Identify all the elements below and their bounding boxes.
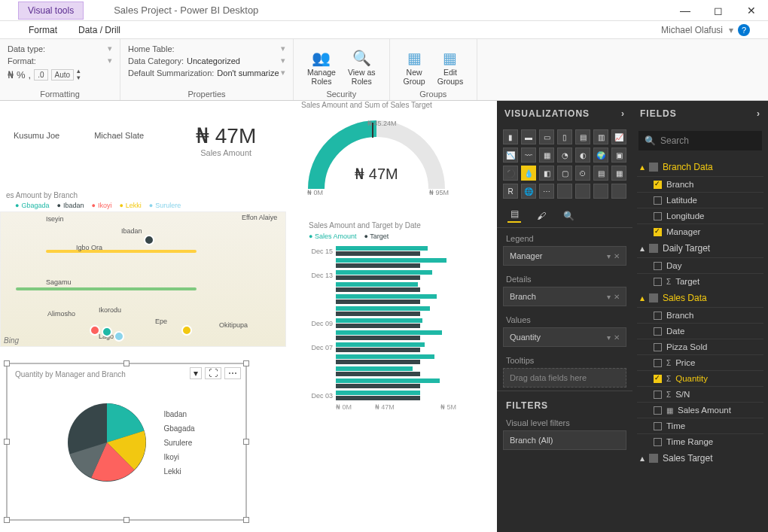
- pie-more-icon[interactable]: ⋯: [224, 367, 241, 379]
- viz-type-icon[interactable]: ▭: [539, 129, 554, 144]
- viz-type-icon[interactable]: [611, 184, 626, 199]
- pie-visual-selected[interactable]: ▾ ⛶ ⋯ Quantity by Manager and Branch Iba…: [6, 363, 247, 521]
- viz-type-icon[interactable]: [575, 184, 590, 199]
- map-pin[interactable]: [90, 325, 100, 336]
- pie-focus-icon[interactable]: ⛶: [205, 367, 221, 379]
- new-group-button[interactable]: ▦New Group: [398, 44, 431, 90]
- datatype-dropdown-icon[interactable]: ▾: [108, 44, 112, 53]
- field-checkbox[interactable]: [654, 278, 662, 286]
- help-icon[interactable]: ?: [738, 24, 750, 36]
- close-button[interactable]: ✕: [735, 0, 768, 21]
- viz-type-icon[interactable]: 📈: [611, 129, 626, 144]
- field-item[interactable]: ΣS/N: [637, 386, 763, 402]
- viz-type-icon[interactable]: ▯: [557, 129, 572, 144]
- field-item[interactable]: Branch: [637, 176, 763, 192]
- field-item[interactable]: Pizza Sold: [637, 339, 763, 354]
- currency-icon[interactable]: ₦: [8, 69, 14, 81]
- collapse-icon[interactable]: ▴: [640, 453, 645, 464]
- field-item[interactable]: Manager: [637, 223, 763, 239]
- category-dropdown-icon[interactable]: ▾: [281, 56, 285, 65]
- well-remove-icon[interactable]: ✕: [614, 252, 620, 260]
- viz-type-icon[interactable]: ▤: [575, 129, 590, 144]
- map-area[interactable]: Ibadan Igbo Ora Iseyin Sagamu Alimosho I…: [0, 211, 286, 347]
- filter-branch[interactable]: Branch (All): [503, 430, 626, 450]
- field-item[interactable]: ▦Sales Amount: [637, 402, 763, 418]
- viz-type-icon[interactable]: ▦: [539, 147, 554, 163]
- field-item[interactable]: Day: [637, 257, 763, 273]
- viz-type-icon[interactable]: ▦: [611, 166, 626, 181]
- collapse-icon[interactable]: ▴: [640, 243, 645, 254]
- well-remove-icon[interactable]: ✕: [614, 293, 620, 301]
- summ-value[interactable]: Don't summarize: [217, 68, 279, 78]
- pie-drill-icon[interactable]: ▾: [190, 367, 202, 379]
- viz-type-icon[interactable]: ▮: [503, 129, 518, 144]
- values-well[interactable]: Quantity▾✕: [503, 327, 626, 347]
- report-canvas[interactable]: Kusumu Joe Michael Slate ₦ 47M Sales Amo…: [0, 101, 497, 532]
- viz-type-icon[interactable]: ▣: [611, 147, 626, 163]
- tooltips-well[interactable]: Drag data fields here: [503, 368, 626, 388]
- format-dropdown-icon[interactable]: ▾: [108, 56, 112, 65]
- viz-type-icon[interactable]: 📉: [503, 147, 518, 163]
- field-checkbox[interactable]: [654, 391, 662, 399]
- collapse-icon[interactable]: ▴: [640, 162, 645, 172]
- viz-type-icon[interactable]: 🌍: [593, 147, 608, 163]
- auto-box[interactable]: Auto: [51, 69, 75, 81]
- field-checkbox[interactable]: [654, 262, 662, 270]
- map-visual[interactable]: es Amount by Branch Gbagada Ibadan Ikoyi…: [0, 191, 286, 347]
- well-dropdown-icon[interactable]: ▾: [607, 293, 611, 301]
- field-checkbox[interactable]: [654, 359, 662, 367]
- viz-type-icon[interactable]: ◐: [575, 147, 590, 163]
- legend-well[interactable]: Manager▾✕: [503, 246, 626, 266]
- well-dropdown-icon[interactable]: ▾: [607, 333, 611, 342]
- field-checkbox[interactable]: [654, 212, 662, 220]
- collapse-icon[interactable]: ▴: [640, 293, 645, 303]
- field-item[interactable]: Latitude: [637, 192, 763, 208]
- field-checkbox[interactable]: [654, 196, 662, 205]
- spinner-icon[interactable]: ▴▾: [77, 68, 81, 81]
- field-checkbox[interactable]: [654, 312, 662, 320]
- viz-type-icon[interactable]: 〰: [521, 147, 536, 163]
- edit-groups-button[interactable]: ▦Edit Groups: [431, 44, 469, 90]
- viz-collapse-icon[interactable]: ›: [621, 108, 625, 119]
- viz-type-icon[interactable]: ▬: [521, 129, 536, 144]
- kpi-card[interactable]: ₦ 47M Sales Amount: [196, 123, 256, 157]
- slicer-item[interactable]: Michael Slate: [94, 131, 144, 140]
- menu-data-drill[interactable]: Data / Drill: [68, 25, 131, 35]
- table-header[interactable]: ▴Daily Target: [637, 239, 763, 257]
- visual-tools-tab[interactable]: Visual tools: [18, 2, 84, 20]
- viz-type-icon[interactable]: ⏲: [575, 166, 590, 181]
- table-header[interactable]: ▴Sales Data: [637, 289, 763, 307]
- field-item[interactable]: ΣTarget: [637, 273, 763, 289]
- details-well[interactable]: Branch▾✕: [503, 287, 626, 306]
- manage-roles-button[interactable]: 👥Manage Roles: [301, 44, 342, 90]
- viz-type-icon[interactable]: R: [503, 184, 518, 199]
- field-item[interactable]: ΣPrice: [637, 354, 763, 370]
- viz-type-icon[interactable]: 🌐: [521, 184, 536, 199]
- view-as-roles-button[interactable]: 🔍View as Roles: [342, 44, 382, 90]
- viz-type-icon[interactable]: ▤: [593, 166, 608, 181]
- map-pin[interactable]: [102, 327, 112, 337]
- viz-type-icon[interactable]: ◔: [557, 147, 572, 163]
- viz-type-icon[interactable]: 💧: [521, 166, 536, 181]
- map-pin[interactable]: [114, 331, 124, 342]
- viz-type-icon[interactable]: [593, 184, 608, 199]
- percent-icon[interactable]: %: [17, 69, 26, 81]
- field-item[interactable]: Time Range: [637, 433, 763, 449]
- field-item[interactable]: ΣQuantity: [637, 370, 763, 386]
- field-item[interactable]: Time: [637, 418, 763, 433]
- map-pin[interactable]: [181, 325, 192, 336]
- comma-icon[interactable]: ,: [29, 69, 32, 81]
- user-chevron-icon[interactable]: ▾: [729, 25, 733, 35]
- field-checkbox[interactable]: [654, 422, 662, 430]
- field-item[interactable]: Date: [637, 323, 763, 339]
- fields-tab-icon[interactable]: ▤: [507, 209, 521, 223]
- field-item[interactable]: Branch: [637, 307, 763, 323]
- field-checkbox[interactable]: [654, 343, 662, 351]
- format-tab-icon[interactable]: 🖌: [535, 209, 548, 223]
- viz-type-icon[interactable]: [557, 184, 572, 199]
- fields-collapse-icon[interactable]: ›: [757, 108, 760, 119]
- fields-search[interactable]: 🔍 Search: [638, 131, 762, 150]
- viz-type-icon[interactable]: ⋯: [539, 184, 554, 199]
- minimize-button[interactable]: ―: [669, 0, 702, 21]
- well-remove-icon[interactable]: ✕: [614, 333, 620, 342]
